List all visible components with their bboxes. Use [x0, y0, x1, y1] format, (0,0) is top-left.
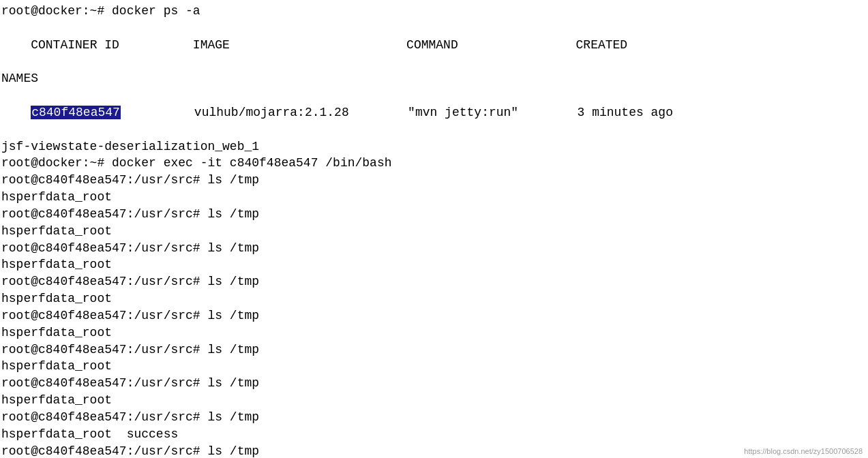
container-id: c840f48ea547	[31, 106, 121, 119]
terminal: root@docker:~# docker ps -a CONTAINER ID…	[0, 0, 868, 458]
output-line-7: hsperfdata_root	[0, 392, 868, 409]
command-line-exec: root@docker:~# docker exec -it c840f48ea…	[0, 155, 868, 172]
output-line-1: hsperfdata_root	[0, 189, 868, 206]
command-line-ls-5: root@c840f48ea547:/usr/src# ls /tmp	[0, 307, 868, 324]
container-name-line: jsf-viewstate-deserialization_web_1	[0, 138, 868, 155]
output-line-4: hsperfdata_root	[0, 290, 868, 307]
watermark: https://blog.csdn.net/zy1500706528	[744, 447, 863, 455]
output-line-8: hsperfdata_root success	[0, 426, 868, 443]
output-line-3: hsperfdata_root	[0, 256, 868, 273]
table-header: CONTAINER ID IMAGE COMMAND CREATED	[0, 20, 868, 70]
command-line-ls-6: root@c840f48ea547:/usr/src# ls /tmp	[0, 341, 868, 358]
command-line-docker-ps: root@docker:~# docker ps -a	[0, 3, 868, 20]
container-data-row: c840f48ea547 vulhub/mojarra:2.1.28 "mvn …	[0, 87, 868, 138]
command-line-ls-8: root@c840f48ea547:/usr/src# ls /tmp	[0, 409, 868, 426]
command-line-ls-1: root@c840f48ea547:/usr/src# ls /tmp	[0, 172, 868, 189]
output-line-2: hsperfdata_root	[0, 223, 868, 240]
col-header-container: CONTAINER ID IMAGE COMMAND CREATED	[31, 38, 693, 52]
command-line-ls-7: root@c840f48ea547:/usr/src# ls /tmp	[0, 375, 868, 392]
col-header-names: NAMES	[0, 70, 868, 87]
command-line-ls-2: root@c840f48ea547:/usr/src# ls /tmp	[0, 206, 868, 223]
command-line-ls-4: root@c840f48ea547:/usr/src# ls /tmp	[0, 273, 868, 290]
output-line-6: hsperfdata_root	[0, 358, 868, 375]
command-line-ls-9: root@c840f48ea547:/usr/src# ls /tmp	[0, 443, 868, 458]
output-line-5: hsperfdata_root	[0, 324, 868, 341]
command-line-ls-3: root@c840f48ea547:/usr/src# ls /tmp	[0, 240, 868, 257]
container-row-rest: vulhub/mojarra:2.1.28 "mvn jetty:run" 3 …	[121, 106, 673, 119]
